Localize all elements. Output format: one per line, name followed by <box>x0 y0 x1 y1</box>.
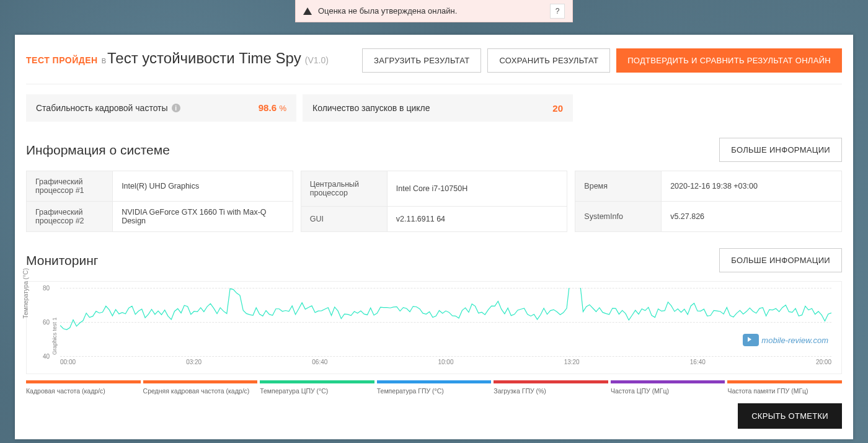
chart-area: Температура (°C) Graphics test 1 406080 … <box>26 281 842 374</box>
legend-item[interactable]: Температура ЦПУ (°C) <box>260 380 374 395</box>
header-row: ТЕСТ ПРОЙДЕН В Тест устойчивости Time Sp… <box>26 48 842 84</box>
stat-stability: Стабильность кадровой частоты i 98.6 % <box>26 94 296 122</box>
legend-item[interactable]: Загрузка ГПУ (%) <box>494 380 608 395</box>
gui-val: v2.11.6911 64 <box>387 207 567 232</box>
time-val: 2020-12-16 19:38 +03:00 <box>662 171 842 202</box>
cpu-key: Центральный процессор <box>301 171 387 207</box>
footer-row: СКРЫТЬ ОТМЕТКИ <box>26 403 842 429</box>
hide-markers-button[interactable]: СКРЫТЬ ОТМЕТКИ <box>738 403 842 429</box>
x-tick: 20:00 <box>816 359 831 365</box>
legend-label: Частота памяти ГПУ (МГц) <box>727 387 842 395</box>
legend-label: Загрузка ГПУ (%) <box>494 387 608 395</box>
table-row: GUI v2.11.6911 64 <box>301 207 567 232</box>
x-ticks: 00:0003:2006:4010:0013:2016:4020:00 <box>60 359 831 365</box>
stats-row: Стабильность кадровой частоты i 98.6 % К… <box>26 94 842 122</box>
legend-row: Кадровая частота (кадр/с)Средняя кадрова… <box>26 380 842 395</box>
gpu1-key: Графический процессор #1 <box>27 171 113 202</box>
y-axis-label: Температура (°C) <box>22 268 29 318</box>
table-row: Время 2020-12-16 19:38 +03:00 <box>575 171 842 202</box>
legend-color-bar <box>727 380 842 383</box>
x-tick: 03:20 <box>186 359 202 365</box>
alert-text: Оценка не была утверждена онлайн. <box>318 6 544 16</box>
sysinfo-header: Информация о системе БОЛЬШЕ ИНФОРМАЦИИ <box>26 138 842 162</box>
test-version: (V1.0) <box>305 55 329 65</box>
table-row: Графический процессор #2 NVIDIA GeForce … <box>27 202 293 232</box>
monitoring-title: Мониторинг <box>26 253 98 268</box>
x-tick: 06:40 <box>312 359 327 365</box>
legend-color-bar <box>26 380 141 383</box>
alert-bar: Оценка не была утверждена онлайн. ? <box>295 0 573 22</box>
sysinfo-table-meta: Время 2020-12-16 19:38 +03:00 SystemInfo… <box>575 171 842 232</box>
legend-label: Средняя кадровая частота (кадр/с) <box>143 387 258 395</box>
main-panel: ТЕСТ ПРОЙДЕН В Тест устойчивости Time Sp… <box>15 35 853 439</box>
legend-color-bar <box>377 380 492 383</box>
x-tick: 16:40 <box>690 359 706 365</box>
title-block: ТЕСТ ПРОЙДЕН В Тест устойчивости Time Sp… <box>26 50 329 67</box>
si-val: v5.27.826 <box>662 202 842 232</box>
stat-stability-value-wrap: 98.6 % <box>259 102 286 114</box>
cpu-val: Intel Core i7-10750H <box>387 171 567 207</box>
legend-item[interactable]: Кадровая частота (кадр/с) <box>26 380 141 395</box>
legend-item[interactable]: Средняя кадровая частота (кадр/с) <box>143 380 258 395</box>
sysinfo-more-button[interactable]: БОЛЬШЕ ИНФОРМАЦИИ <box>719 138 842 162</box>
legend-label: Кадровая частота (кадр/с) <box>26 387 141 395</box>
gui-key: GUI <box>301 207 387 232</box>
chart-line <box>60 288 831 356</box>
sysinfo-table-cpu: Центральный процессор Intel Core i7-1075… <box>301 171 568 232</box>
legend-item[interactable]: Частота ЦПУ (МГц) <box>611 380 725 395</box>
stat-stability-label-text: Стабильность кадровой частоты <box>36 102 168 114</box>
stat-stability-value: 98.6 <box>259 102 277 113</box>
watermark: mobile-review.com <box>743 334 828 346</box>
stat-stability-unit: % <box>279 104 286 113</box>
si-key: SystemInfo <box>575 202 662 232</box>
watermark-icon <box>743 334 759 346</box>
info-icon[interactable]: i <box>172 104 180 112</box>
gpu2-val: NVIDIA GeForce GTX 1660 Ti with Max-Q De… <box>113 202 293 232</box>
header-buttons: ЗАГРУЗИТЬ РЕЗУЛЬТАТ СОХРАНИТЬ РЕЗУЛЬТАТ … <box>362 48 842 73</box>
watermark-text: mobile-review.com <box>761 336 828 345</box>
stat-loops-label: Количество запусков в цикле <box>312 102 430 114</box>
y-tick: 80 <box>43 285 50 292</box>
test-passed-label: ТЕСТ ПРОЙДЕН <box>26 55 98 65</box>
table-row: Центральный процессор Intel Core i7-1075… <box>301 171 567 207</box>
stat-loops: Количество запусков в цикле 20 <box>303 94 573 122</box>
x-tick: 00:00 <box>60 359 76 365</box>
sysinfo-table-gpu: Графический процессор #1 Intel(R) UHD Gr… <box>26 171 293 232</box>
legend-color-bar <box>494 380 608 383</box>
table-row: Графический процессор #1 Intel(R) UHD Gr… <box>27 171 293 202</box>
gpu1-val: Intel(R) UHD Graphics <box>113 171 293 202</box>
y-tick: 60 <box>43 319 50 326</box>
legend-label: Температура ГПУ (°C) <box>377 387 492 395</box>
sysinfo-tables: Графический процессор #1 Intel(R) UHD Gr… <box>26 171 842 232</box>
time-key: Время <box>575 171 662 202</box>
stat-stability-label: Стабильность кадровой частоты i <box>36 102 180 114</box>
gpu2-key: Графический процессор #2 <box>27 202 113 232</box>
load-result-button[interactable]: ЗАГРУЗИТЬ РЕЗУЛЬТАТ <box>362 48 481 73</box>
legend-color-bar <box>143 380 258 383</box>
legend-label: Частота ЦПУ (МГц) <box>611 387 725 395</box>
legend-item[interactable]: Температура ГПУ (°C) <box>377 380 492 395</box>
legend-color-bar <box>611 380 725 383</box>
legend-label: Температура ЦПУ (°C) <box>260 387 374 395</box>
sysinfo-title: Информация о системе <box>26 143 170 158</box>
compare-online-button[interactable]: ПОДТВЕРДИТЬ И СРАВНИТЬ РЕЗУЛЬТАТ ОНЛАЙН <box>616 48 842 73</box>
table-row: SystemInfo v5.27.826 <box>575 202 842 232</box>
test-passed-in: В <box>102 57 106 65</box>
legend-color-bar <box>260 380 374 383</box>
stat-loops-value: 20 <box>552 103 563 114</box>
alert-help-button[interactable]: ? <box>550 4 565 19</box>
monitoring-header: Мониторинг БОЛЬШЕ ИНФОРМАЦИИ <box>26 248 842 272</box>
x-tick: 10:00 <box>438 359 453 365</box>
y-tick: 40 <box>43 353 50 360</box>
legend-item[interactable]: Частота памяти ГПУ (МГц) <box>727 380 842 395</box>
monitoring-more-button[interactable]: БОЛЬШЕ ИНФОРМАЦИИ <box>719 248 842 272</box>
save-result-button[interactable]: СОХРАНИТЬ РЕЗУЛЬТАТ <box>487 48 610 73</box>
x-tick: 13:20 <box>564 359 580 365</box>
warning-icon <box>303 7 312 15</box>
run-label: Graphics test 1 <box>51 318 58 356</box>
chart-inner: 406080 <box>60 288 831 356</box>
test-name: Тест устойчивости Time Spy <box>107 50 301 67</box>
